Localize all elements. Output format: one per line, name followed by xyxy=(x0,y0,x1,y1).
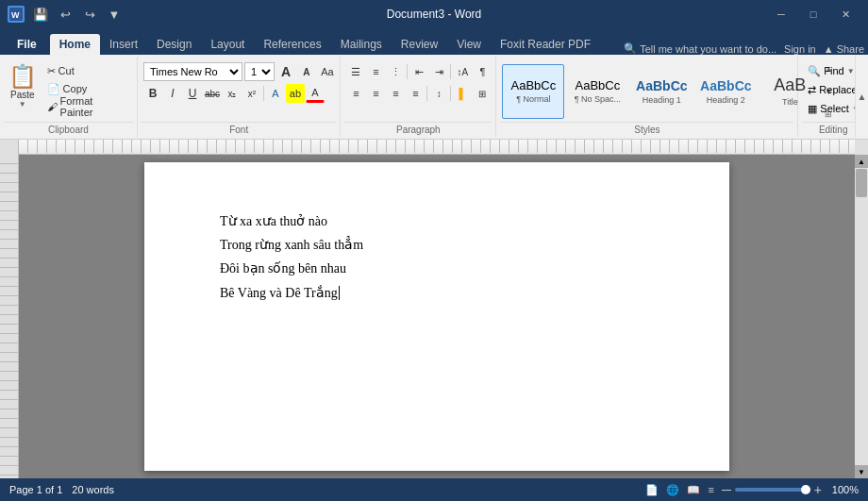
page-count: Page 1 of 1 xyxy=(9,484,62,495)
cut-label: Cut xyxy=(58,65,75,76)
zoom-in-button[interactable]: + xyxy=(814,482,822,497)
justify-button[interactable]: ≡ xyxy=(406,84,425,103)
styles-label: Styles xyxy=(500,122,793,137)
style-heading2-label: Heading 2 xyxy=(707,95,745,105)
shading-button[interactable]: ▌ xyxy=(453,84,472,103)
document-scroll-area[interactable]: Từ xa xưa thuở nào Trong rừng xanh sâu t… xyxy=(19,155,855,478)
bold-button[interactable]: B xyxy=(143,84,162,103)
customize-qa-button[interactable]: ▼ xyxy=(104,4,125,25)
paste-dropdown[interactable]: ▼ xyxy=(19,100,26,109)
tab-home[interactable]: Home xyxy=(50,34,100,55)
quick-access-toolbar: 💾 ↩ ↪ ▼ xyxy=(30,4,125,25)
tab-mailings[interactable]: Mailings xyxy=(331,34,392,55)
align-left-button[interactable]: ≡ xyxy=(346,84,365,103)
ribbon-expand-button[interactable]: ▲ xyxy=(855,55,868,138)
ruler-left-margin xyxy=(0,140,19,155)
search-tell-me[interactable]: 🔍 Tell me what you want to do... xyxy=(624,42,776,55)
tab-view[interactable]: View xyxy=(447,34,491,55)
font-row2: B I U abc x₂ x² A ab A xyxy=(143,84,325,103)
tab-foxit[interactable]: Foxit Reader PDF xyxy=(491,34,600,55)
format-painter-button[interactable]: 🖌 Format Painter xyxy=(43,98,131,115)
multilevel-button[interactable]: ⋮ xyxy=(386,62,405,81)
word-count: 20 words xyxy=(72,484,114,495)
paragraph-group: ☰ ≡ ⋮ ⇤ ⇥ ↕A ¶ ≡ ≡ ≡ ≡ ↕ ▌ ⊞ P xyxy=(341,57,496,137)
save-button[interactable]: 💾 xyxy=(30,4,51,25)
replace-button[interactable]: ⇄ Replace xyxy=(804,81,860,98)
select-icon: ▦ xyxy=(808,103,817,115)
layout-web-icon[interactable]: 🌐 xyxy=(666,484,679,496)
layout-print-icon[interactable]: 📄 xyxy=(645,484,659,496)
text-effects-button[interactable]: A xyxy=(266,84,285,103)
paste-button[interactable]: 📋 Paste ▼ xyxy=(6,62,40,111)
align-right-button[interactable]: ≡ xyxy=(386,84,405,103)
cut-button[interactable]: ✂ Cut xyxy=(43,62,131,79)
shrink-font-button[interactable]: A xyxy=(297,62,316,81)
increase-indent-button[interactable]: ⇥ xyxy=(429,62,448,81)
copy-icon: 📄 xyxy=(47,83,60,95)
redo-button[interactable]: ↪ xyxy=(79,4,100,25)
tab-insert[interactable]: Insert xyxy=(100,34,147,55)
find-dropdown[interactable]: ▼ xyxy=(847,67,855,75)
share-button[interactable]: ▲ Share xyxy=(824,43,864,55)
decrease-indent-button[interactable]: ⇤ xyxy=(409,62,428,81)
document-area: Từ xa xưa thuở nào Trong rừng xanh sâu t… xyxy=(0,155,868,478)
style-normal[interactable]: AaBbCc ¶ Normal xyxy=(502,64,564,119)
doc-line-2: Trong rừng xanh sâu thẳm xyxy=(220,233,663,257)
layout-outline-icon[interactable]: ≡ xyxy=(708,484,713,495)
ruler-right-side xyxy=(855,140,868,155)
borders-button[interactable]: ⊞ xyxy=(473,84,492,103)
bullets-button[interactable]: ☰ xyxy=(346,62,365,81)
tab-references[interactable]: References xyxy=(254,34,330,55)
numbering-button[interactable]: ≡ xyxy=(366,62,385,81)
align-center-button[interactable]: ≡ xyxy=(366,84,385,103)
zoom-out-button[interactable]: ─ xyxy=(722,482,731,497)
scroll-track[interactable] xyxy=(855,168,868,465)
clear-format-button[interactable]: Aa xyxy=(318,62,337,81)
find-icon: 🔍 xyxy=(808,65,821,77)
underline-button[interactable]: U xyxy=(183,84,202,103)
superscript-button[interactable]: x² xyxy=(242,84,261,103)
style-heading1[interactable]: AaBbCc Heading 1 xyxy=(630,64,693,119)
tab-layout[interactable]: Layout xyxy=(201,34,254,55)
doc-line-1: Từ xa xưa thuở nào xyxy=(220,209,663,233)
replace-label: Replace xyxy=(819,84,857,95)
para-sep1 xyxy=(407,64,408,79)
vertical-scrollbar[interactable]: ▲ ▼ xyxy=(855,155,868,478)
line-spacing-button[interactable]: ↕ xyxy=(429,84,448,103)
ribbon: 📋 Paste ▼ ✂ Cut 📄 Copy 🖌 Format Painter xyxy=(0,55,868,140)
zoom-thumb[interactable] xyxy=(801,485,810,494)
vertical-ruler xyxy=(0,155,19,478)
tab-design[interactable]: Design xyxy=(147,34,201,55)
subscript-button[interactable]: x₂ xyxy=(223,84,242,103)
close-button[interactable]: ✕ xyxy=(830,4,860,25)
style-normal-label: ¶ Normal xyxy=(516,94,550,104)
replace-icon: ⇄ xyxy=(808,84,816,96)
zoom-control[interactable]: ─ + 100% xyxy=(722,482,859,497)
italic-button[interactable]: I xyxy=(163,84,182,103)
style-normal-preview: AaBbCc xyxy=(510,78,556,92)
undo-button[interactable]: ↩ xyxy=(55,4,75,25)
minimize-button[interactable]: ─ xyxy=(766,4,796,25)
grow-font-button[interactable]: A xyxy=(276,62,295,81)
sort-button[interactable]: ↕A xyxy=(453,62,472,81)
style-no-spacing[interactable]: AaBbCc ¶ No Spac... xyxy=(566,64,628,119)
document-page[interactable]: Từ xa xưa thuở nào Trong rừng xanh sâu t… xyxy=(144,162,729,471)
style-heading2[interactable]: AaBbCc Heading 2 xyxy=(694,64,757,119)
highlight-button[interactable]: ab xyxy=(286,84,305,103)
tab-file[interactable]: File xyxy=(4,34,50,55)
strikethrough-button[interactable]: abc xyxy=(203,84,222,103)
maximize-button[interactable]: □ xyxy=(798,4,828,25)
signin-button[interactable]: Sign in xyxy=(784,43,816,55)
scroll-down-button[interactable]: ▼ xyxy=(855,465,868,478)
show-formatting-button[interactable]: ¶ xyxy=(473,62,492,81)
font-color-button[interactable]: A xyxy=(306,84,325,103)
font-face-select[interactable]: Times New Ro xyxy=(143,62,242,81)
tab-review[interactable]: Review xyxy=(392,34,447,55)
scroll-thumb[interactable] xyxy=(856,169,867,197)
scroll-up-button[interactable]: ▲ xyxy=(855,155,868,168)
layout-read-icon[interactable]: 📖 xyxy=(687,484,700,496)
zoom-slider[interactable] xyxy=(735,488,810,492)
font-content: Times New Ro 14 A A Aa B I U abc x₂ x² A… xyxy=(142,58,339,122)
find-button[interactable]: 🔍 Find ▼ xyxy=(804,62,858,79)
font-size-select[interactable]: 14 xyxy=(244,62,275,81)
